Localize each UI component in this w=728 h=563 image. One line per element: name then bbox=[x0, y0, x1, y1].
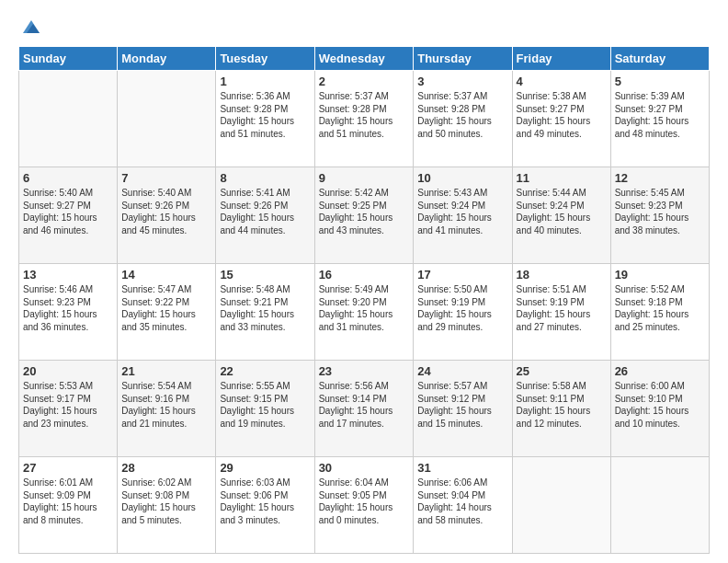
day-number: 30 bbox=[319, 461, 410, 475]
header-day: Monday bbox=[118, 47, 216, 71]
cell-detail: Sunrise: 6:02 AM Sunset: 9:08 PM Dayligh… bbox=[121, 477, 211, 526]
day-number: 27 bbox=[23, 461, 113, 475]
cell-detail: Sunrise: 5:57 AM Sunset: 9:12 PM Dayligh… bbox=[417, 380, 507, 430]
calendar-cell: 20Sunrise: 5:53 AM Sunset: 9:17 PM Dayli… bbox=[19, 361, 118, 457]
calendar-week-row: 20Sunrise: 5:53 AM Sunset: 9:17 PM Dayli… bbox=[19, 361, 710, 457]
day-number: 20 bbox=[23, 364, 113, 378]
cell-detail: Sunrise: 5:46 AM Sunset: 9:23 PM Dayligh… bbox=[23, 283, 113, 333]
logo bbox=[18, 17, 41, 37]
calendar-cell: 24Sunrise: 5:57 AM Sunset: 9:12 PM Dayli… bbox=[414, 361, 512, 457]
day-number: 5 bbox=[615, 75, 705, 88]
cell-detail: Sunrise: 5:37 AM Sunset: 9:28 PM Dayligh… bbox=[417, 90, 507, 140]
calendar-cell: 30Sunrise: 6:04 AM Sunset: 9:05 PM Dayli… bbox=[314, 457, 414, 554]
cell-detail: Sunrise: 5:58 AM Sunset: 9:11 PM Dayligh… bbox=[517, 380, 607, 430]
calendar-cell: 12Sunrise: 5:45 AM Sunset: 9:23 PM Dayli… bbox=[610, 167, 709, 264]
day-number: 17 bbox=[417, 268, 507, 282]
calendar-cell: 14Sunrise: 5:47 AM Sunset: 9:22 PM Dayli… bbox=[118, 264, 216, 361]
cell-detail: Sunrise: 6:00 AM Sunset: 9:10 PM Dayligh… bbox=[615, 380, 705, 430]
cell-detail: Sunrise: 6:03 AM Sunset: 9:06 PM Dayligh… bbox=[220, 477, 310, 526]
calendar-cell bbox=[118, 71, 216, 167]
day-number: 6 bbox=[23, 171, 113, 185]
calendar-cell: 6Sunrise: 5:40 AM Sunset: 9:27 PM Daylig… bbox=[19, 167, 118, 264]
calendar-cell bbox=[610, 457, 709, 554]
calendar-cell bbox=[512, 457, 610, 554]
calendar-cell: 19Sunrise: 5:52 AM Sunset: 9:18 PM Dayli… bbox=[610, 264, 709, 361]
calendar-cell: 25Sunrise: 5:58 AM Sunset: 9:11 PM Dayli… bbox=[512, 361, 610, 457]
header-row: SundayMondayTuesdayWednesdayThursdayFrid… bbox=[19, 47, 710, 71]
day-number: 8 bbox=[220, 171, 310, 185]
day-number: 7 bbox=[121, 171, 211, 185]
header-day: Friday bbox=[512, 47, 610, 71]
day-number: 31 bbox=[417, 461, 507, 475]
cell-detail: Sunrise: 5:42 AM Sunset: 9:25 PM Dayligh… bbox=[319, 187, 410, 236]
calendar-week-row: 6Sunrise: 5:40 AM Sunset: 9:27 PM Daylig… bbox=[19, 167, 710, 264]
calendar-cell: 11Sunrise: 5:44 AM Sunset: 9:24 PM Dayli… bbox=[512, 167, 610, 264]
cell-detail: Sunrise: 5:40 AM Sunset: 9:27 PM Dayligh… bbox=[23, 187, 113, 236]
calendar-table: SundayMondayTuesdayWednesdayThursdayFrid… bbox=[18, 46, 710, 554]
calendar-cell: 29Sunrise: 6:03 AM Sunset: 9:06 PM Dayli… bbox=[216, 457, 314, 554]
header bbox=[18, 17, 710, 37]
calendar-cell: 1Sunrise: 5:36 AM Sunset: 9:28 PM Daylig… bbox=[216, 71, 314, 167]
day-number: 24 bbox=[417, 364, 507, 378]
day-number: 4 bbox=[517, 75, 607, 88]
calendar-cell: 17Sunrise: 5:50 AM Sunset: 9:19 PM Dayli… bbox=[414, 264, 512, 361]
day-number: 3 bbox=[417, 75, 507, 88]
cell-detail: Sunrise: 5:49 AM Sunset: 9:20 PM Dayligh… bbox=[319, 283, 410, 333]
cell-detail: Sunrise: 6:04 AM Sunset: 9:05 PM Dayligh… bbox=[319, 477, 410, 526]
day-number: 11 bbox=[517, 171, 607, 185]
calendar-cell: 31Sunrise: 6:06 AM Sunset: 9:04 PM Dayli… bbox=[414, 457, 512, 554]
calendar-cell: 15Sunrise: 5:48 AM Sunset: 9:21 PM Dayli… bbox=[216, 264, 314, 361]
day-number: 16 bbox=[319, 268, 410, 282]
cell-detail: Sunrise: 5:37 AM Sunset: 9:28 PM Dayligh… bbox=[319, 90, 410, 140]
day-number: 10 bbox=[417, 171, 507, 185]
day-number: 26 bbox=[615, 364, 705, 378]
calendar-cell: 8Sunrise: 5:41 AM Sunset: 9:26 PM Daylig… bbox=[216, 167, 314, 264]
day-number: 18 bbox=[517, 268, 607, 282]
calendar-week-row: 27Sunrise: 6:01 AM Sunset: 9:09 PM Dayli… bbox=[19, 457, 710, 554]
cell-detail: Sunrise: 5:50 AM Sunset: 9:19 PM Dayligh… bbox=[417, 283, 507, 333]
day-number: 13 bbox=[23, 268, 113, 282]
cell-detail: Sunrise: 5:43 AM Sunset: 9:24 PM Dayligh… bbox=[417, 187, 507, 236]
cell-detail: Sunrise: 5:51 AM Sunset: 9:19 PM Dayligh… bbox=[517, 283, 607, 333]
cell-detail: Sunrise: 5:48 AM Sunset: 9:21 PM Dayligh… bbox=[220, 283, 310, 333]
day-number: 28 bbox=[121, 461, 211, 475]
calendar-cell: 13Sunrise: 5:46 AM Sunset: 9:23 PM Dayli… bbox=[19, 264, 118, 361]
calendar-cell: 23Sunrise: 5:56 AM Sunset: 9:14 PM Dayli… bbox=[314, 361, 414, 457]
day-number: 15 bbox=[220, 268, 310, 282]
calendar-cell: 2Sunrise: 5:37 AM Sunset: 9:28 PM Daylig… bbox=[314, 71, 414, 167]
cell-detail: Sunrise: 5:41 AM Sunset: 9:26 PM Dayligh… bbox=[220, 187, 310, 236]
calendar-cell: 21Sunrise: 5:54 AM Sunset: 9:16 PM Dayli… bbox=[118, 361, 216, 457]
day-number: 23 bbox=[319, 364, 410, 378]
calendar-cell: 9Sunrise: 5:42 AM Sunset: 9:25 PM Daylig… bbox=[314, 167, 414, 264]
day-number: 22 bbox=[220, 364, 310, 378]
calendar-cell: 16Sunrise: 5:49 AM Sunset: 9:20 PM Dayli… bbox=[314, 264, 414, 361]
day-number: 14 bbox=[121, 268, 211, 282]
day-number: 21 bbox=[121, 364, 211, 378]
cell-detail: Sunrise: 5:53 AM Sunset: 9:17 PM Dayligh… bbox=[23, 380, 113, 430]
calendar-cell: 22Sunrise: 5:55 AM Sunset: 9:15 PM Dayli… bbox=[216, 361, 314, 457]
calendar-cell: 27Sunrise: 6:01 AM Sunset: 9:09 PM Dayli… bbox=[19, 457, 118, 554]
day-number: 29 bbox=[220, 461, 310, 475]
calendar-cell bbox=[19, 71, 118, 167]
day-number: 2 bbox=[319, 75, 410, 88]
cell-detail: Sunrise: 5:40 AM Sunset: 9:26 PM Dayligh… bbox=[121, 187, 211, 236]
day-number: 19 bbox=[615, 268, 705, 282]
day-number: 9 bbox=[319, 171, 410, 185]
day-number: 1 bbox=[220, 75, 310, 88]
day-number: 25 bbox=[517, 364, 607, 378]
cell-detail: Sunrise: 5:56 AM Sunset: 9:14 PM Dayligh… bbox=[319, 380, 410, 430]
calendar-cell: 10Sunrise: 5:43 AM Sunset: 9:24 PM Dayli… bbox=[414, 167, 512, 264]
calendar-cell: 26Sunrise: 6:00 AM Sunset: 9:10 PM Dayli… bbox=[610, 361, 709, 457]
calendar-cell: 28Sunrise: 6:02 AM Sunset: 9:08 PM Dayli… bbox=[118, 457, 216, 554]
header-day: Saturday bbox=[610, 47, 709, 71]
cell-detail: Sunrise: 5:44 AM Sunset: 9:24 PM Dayligh… bbox=[517, 187, 607, 236]
cell-detail: Sunrise: 5:52 AM Sunset: 9:18 PM Dayligh… bbox=[615, 283, 705, 333]
calendar-cell: 18Sunrise: 5:51 AM Sunset: 9:19 PM Dayli… bbox=[512, 264, 610, 361]
logo-icon bbox=[21, 17, 41, 37]
header-day: Tuesday bbox=[216, 47, 314, 71]
cell-detail: Sunrise: 5:38 AM Sunset: 9:27 PM Dayligh… bbox=[517, 90, 607, 140]
cell-detail: Sunrise: 5:54 AM Sunset: 9:16 PM Dayligh… bbox=[121, 380, 211, 430]
cell-detail: Sunrise: 6:01 AM Sunset: 9:09 PM Dayligh… bbox=[23, 477, 113, 526]
header-day: Sunday bbox=[19, 47, 118, 71]
calendar-week-row: 1Sunrise: 5:36 AM Sunset: 9:28 PM Daylig… bbox=[19, 71, 710, 167]
